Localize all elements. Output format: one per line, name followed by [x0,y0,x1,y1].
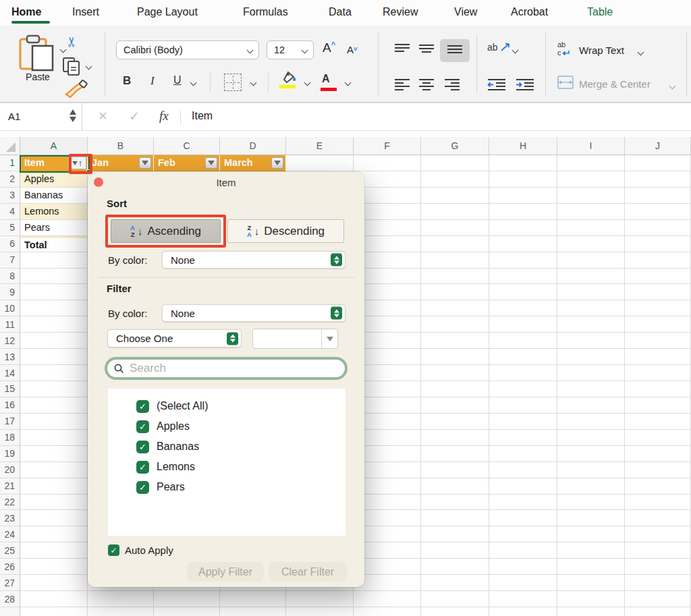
menu-tab-formulas[interactable]: Formulas [243,6,288,18]
cell-A14[interactable] [20,365,88,381]
cell-J14[interactable] [625,365,691,381]
cell-A9[interactable] [20,284,88,300]
cell-J23[interactable] [625,510,691,526]
cell-J3[interactable] [625,188,691,204]
fill-color-icon[interactable] [279,70,298,85]
borders-icon[interactable] [224,74,242,91]
table-header-item[interactable]: Item↑ [20,155,88,171]
cell-A23[interactable] [20,510,88,526]
a1-sort-filter-button[interactable]: ↑ [68,157,86,169]
filter-item-lemons[interactable]: ✓Lemons [136,459,195,475]
row-header-4[interactable]: 4 [0,204,20,220]
cell-H17[interactable] [489,414,557,430]
increase-indent-icon[interactable] [516,78,534,90]
cell-G4[interactable] [421,204,489,220]
decrease-font-size-icon[interactable]: A^ [347,44,358,55]
menu-tab-view[interactable]: View [454,6,477,18]
cell-I5[interactable] [557,220,625,236]
row-header-1[interactable]: 1 [0,155,20,171]
cell-A5[interactable]: Pears [20,220,88,236]
cell-A12[interactable] [20,333,88,349]
column-header-j[interactable]: J [625,137,691,155]
cell-I17[interactable] [557,414,625,430]
cell-H13[interactable] [489,349,557,365]
cell-H29[interactable] [489,607,557,616]
cell-J26[interactable] [625,559,691,575]
cell-G5[interactable] [421,220,489,236]
filter-item-bananas[interactable]: ✓Bananas [136,439,199,455]
cell-J2[interactable] [625,171,691,188]
cell-reference[interactable]: A1 [8,111,20,122]
cell-I19[interactable] [557,446,625,462]
cell-J16[interactable] [625,397,691,414]
menu-tab-table[interactable]: Table [587,6,613,18]
cell-I23[interactable] [557,510,625,526]
cell-D28[interactable] [220,591,286,607]
row-header-19[interactable]: 19 [0,446,20,462]
row-header-24[interactable]: 24 [0,526,20,542]
row-header-2[interactable]: 2 [0,171,20,188]
cell-A27[interactable] [20,575,88,591]
cell-H12[interactable] [489,333,557,349]
cell-H14[interactable] [489,365,557,381]
cell-H23[interactable] [489,510,557,526]
column-header-e[interactable]: E [286,137,354,155]
cell-I1[interactable] [557,155,625,171]
combobox-dropdown-button[interactable] [321,329,337,348]
cell-H1[interactable] [489,155,557,171]
cell-H26[interactable] [489,559,557,575]
cell-A13[interactable] [20,349,88,365]
row-header-5[interactable]: 5 [0,220,20,236]
row-header-15[interactable]: 15 [0,381,20,397]
row-header-27[interactable]: 27 [0,575,20,591]
cell-G11[interactable] [421,316,489,333]
cell-I24[interactable] [557,526,625,542]
cell-H11[interactable] [489,316,557,333]
orientation-icon[interactable]: ab [487,42,511,53]
row-header-7[interactable]: 7 [0,252,20,269]
checkbox-checked-icon[interactable]: ✓ [108,544,119,556]
cell-I29[interactable] [557,607,625,616]
cell-E1[interactable] [286,155,354,171]
cell-H10[interactable] [489,300,557,316]
cell-I13[interactable] [557,349,625,365]
cell-I21[interactable] [557,478,625,495]
table-header-feb[interactable]: Feb [154,155,220,171]
cell-H20[interactable] [489,462,557,478]
filter-dropdown-button-jan[interactable] [139,157,151,169]
filter-item-apples[interactable]: ✓Apples [136,418,190,435]
stepper-down-icon[interactable] [70,117,76,122]
wrap-text-label[interactable]: Wrap Text [579,45,624,56]
filter-dropdown-button-march[interactable] [271,157,283,169]
cell-B28[interactable] [88,591,154,607]
cell-F29[interactable] [354,607,421,616]
cell-A28[interactable] [20,591,88,607]
font-size-select[interactable]: 12 [267,40,314,59]
cell-I12[interactable] [557,333,625,349]
accept-icon[interactable]: ✓ [129,109,140,124]
cell-A25[interactable] [20,542,88,559]
row-header-22[interactable]: 22 [0,495,20,511]
cancel-icon[interactable]: × [99,107,107,125]
name-box[interactable]: A1 [0,103,82,132]
cell-J13[interactable] [625,349,691,365]
cell-I27[interactable] [557,575,625,591]
cell-H15[interactable] [489,381,557,397]
row-header-13[interactable]: 13 [0,349,20,365]
cell-F1[interactable] [354,155,421,171]
cell-G3[interactable] [421,188,489,204]
column-header-h[interactable]: H [489,137,557,155]
table-header-jan[interactable]: Jan [88,155,154,171]
cell-J22[interactable] [625,495,691,511]
cell-J19[interactable] [625,446,691,462]
cell-J20[interactable] [625,462,691,478]
cell-F28[interactable] [354,591,421,607]
cell-J9[interactable] [625,284,691,300]
cell-H22[interactable] [489,495,557,511]
cell-H19[interactable] [489,446,557,462]
cell-I28[interactable] [557,591,625,607]
cell-I11[interactable] [557,316,625,333]
cell-G26[interactable] [421,559,489,575]
cell-C29[interactable] [154,607,220,616]
cell-G15[interactable] [421,381,489,397]
